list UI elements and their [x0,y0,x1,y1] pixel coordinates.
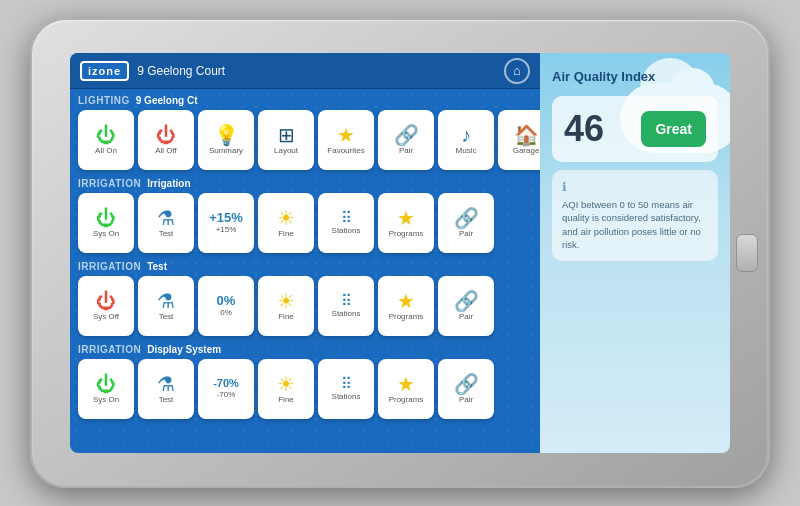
zero-pct-button[interactable]: 0% 0% [198,276,254,336]
section-header-irrigation2: Irrigation Test [78,261,532,272]
house-icon: 🏠 [514,125,539,145]
summary-button[interactable]: 💡 Summary [198,110,254,170]
fine-button-1[interactable]: ☀ Fine [258,193,314,253]
sys-on-button-1[interactable]: ⏻ Sys On [78,193,134,253]
irrigation1-label: Irrigation [78,178,141,189]
test-button-1[interactable]: ⚗ Test [138,193,194,253]
left-panel: izone 9 Geelong Court ⌂ Lighting 9 Geelo… [70,53,540,453]
minus70-button[interactable]: -70% -70% [198,359,254,419]
programs-button-2[interactable]: ★ Programs [378,276,434,336]
stations-label-3: Stations [332,393,361,402]
programs-label-1: Programs [389,230,424,239]
power-on-icon: ⏻ [96,125,116,145]
link-icon: 🔗 [394,125,419,145]
programs-label-2: Programs [389,313,424,322]
aqi-card: 46 Great [552,96,718,162]
fine-label-3: Fine [278,396,294,405]
lighting-name: 9 Geelong Ct [136,95,198,106]
irrigation3-section: Irrigation Display System ⏻ Sys On ⚗ Tes… [78,344,532,419]
sun-icon-2: ☀ [277,291,295,311]
pair-label-3: Pair [459,396,473,405]
programs-button-3[interactable]: ★ Programs [378,359,434,419]
garage-button[interactable]: 🏠 Garage [498,110,540,170]
sys-off-label: Sys Off [93,313,119,322]
all-on-button[interactable]: ⏻ All On [78,110,134,170]
section-header-irrigation3: Irrigation Display System [78,344,532,355]
plus15-label: +15% [216,226,237,235]
tablet: izone 9 Geelong Court ⌂ Lighting 9 Geelo… [30,18,770,488]
stations-label-1: Stations [332,227,361,236]
pair-button-lighting[interactable]: 🔗 Pair [378,110,434,170]
programs-icon-2: ★ [397,291,415,311]
irrigation3-label: Irrigation [78,344,141,355]
address-text: 9 Geelong Court [137,64,496,78]
zero-pct-label: 0% [220,309,232,318]
fine-button-3[interactable]: ☀ Fine [258,359,314,419]
sys-on-icon-1: ⏻ [96,208,116,228]
lighting-label: Lighting [78,95,130,106]
home-icon-button[interactable]: ⌂ [504,58,530,84]
irrigation3-name: Display System [147,344,221,355]
pair-label-1: Pair [459,230,473,239]
favourites-label: Favourites [327,147,364,156]
irrigation2-icon-row: ⏻ Sys Off ⚗ Test 0% 0% ☀ [78,276,532,336]
programs-button-1[interactable]: ★ Programs [378,193,434,253]
test-label-3: Test [159,396,174,405]
layout-label: Layout [274,147,298,156]
layout-button[interactable]: ⊞ Layout [258,110,314,170]
aqi-info-text: AQI between 0 to 50 means air quality is… [562,198,708,251]
power-off-icon: ⏻ [156,125,176,145]
tablet-screen: izone 9 Geelong Court ⌂ Lighting 9 Geelo… [70,53,730,453]
sun-icon-3: ☀ [277,374,295,394]
sys-off-button[interactable]: ⏻ Sys Off [78,276,134,336]
top-bar: izone 9 Geelong Court ⌂ [70,53,540,89]
test-button-2[interactable]: ⚗ Test [138,276,194,336]
percent-up-icon: +15% [209,211,243,224]
tablet-home-button[interactable] [736,234,758,272]
test-button-3[interactable]: ⚗ Test [138,359,194,419]
info-icon: ℹ [562,180,708,194]
test-label-2: Test [159,313,174,322]
pair-label-lighting: Pair [399,147,413,156]
lighting-section: Lighting 9 Geelong Ct ⏻ All On ⏻ All Off [78,95,532,170]
irrigation2-section: Irrigation Test ⏻ Sys Off ⚗ Test [78,261,532,336]
programs-label-3: Programs [389,396,424,405]
pair-button-1[interactable]: 🔗 Pair [438,193,494,253]
programs-icon-1: ★ [397,208,415,228]
aqi-status-badge: Great [641,111,706,147]
flask-icon-1: ⚗ [157,208,175,228]
all-off-button[interactable]: ⏻ All Off [138,110,194,170]
stations-button-2[interactable]: ⠿ Stations [318,276,374,336]
fine-label-2: Fine [278,313,294,322]
pair-icon-1: 🔗 [454,208,479,228]
zero-pct-icon: 0% [217,294,236,307]
aqi-info-card: ℹ AQI between 0 to 50 means air quality … [552,170,718,261]
fine-label-1: Fine [278,230,294,239]
fine-button-2[interactable]: ☀ Fine [258,276,314,336]
pair-button-2[interactable]: 🔗 Pair [438,276,494,336]
sys-on-button-3[interactable]: ⏻ Sys On [78,359,134,419]
minus70-icon: -70% [213,378,239,389]
aqi-title: Air Quality Index [552,69,718,84]
irrigation1-section: Irrigation Irrigation ⏻ Sys On ⚗ Test [78,178,532,253]
stations-button-1[interactable]: ⠿ Stations [318,193,374,253]
stations-icon-1: ⠿ [341,210,352,225]
test-label-1: Test [159,230,174,239]
irrigation1-name: Irrigation [147,178,190,189]
irrigation1-icon-row: ⏻ Sys On ⚗ Test +15% +15% ☀ [78,193,532,253]
stations-icon-3: ⠿ [341,376,352,391]
minus70-label: -70% [217,391,236,400]
aqi-value: 46 [564,108,604,150]
sys-off-icon: ⏻ [96,291,116,311]
stations-icon-2: ⠿ [341,293,352,308]
pair-button-3[interactable]: 🔗 Pair [438,359,494,419]
section-header-lighting: Lighting 9 Geelong Ct [78,95,532,106]
favourites-button[interactable]: ★ Favourites [318,110,374,170]
sun-icon-1: ☀ [277,208,295,228]
plus15-button[interactable]: +15% +15% [198,193,254,253]
stations-button-3[interactable]: ⠿ Stations [318,359,374,419]
music-button[interactable]: ♪ Music [438,110,494,170]
bulb-icon: 💡 [214,125,239,145]
controls-area: Lighting 9 Geelong Ct ⏻ All On ⏻ All Off [70,89,540,453]
stations-label-2: Stations [332,310,361,319]
